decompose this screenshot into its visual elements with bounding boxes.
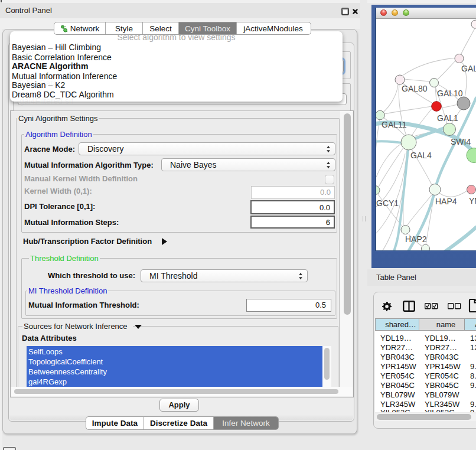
- svg-text:GAL2: GAL2: [461, 64, 476, 73]
- svg-text:HAP2: HAP2: [405, 234, 427, 244]
- svg-text:GAL11: GAL11: [382, 120, 407, 129]
- svg-text:YM: YM: [469, 196, 476, 206]
- svg-text:GAL80: GAL80: [402, 84, 428, 93]
- svg-text:GAL1: GAL1: [437, 113, 458, 123]
- svg-text:SWI4: SWI4: [451, 137, 471, 146]
- svg-text:GAL4: GAL4: [410, 151, 432, 160]
- svg-text:GAL10: GAL10: [437, 89, 463, 98]
- svg-text:HAP4: HAP4: [435, 197, 457, 206]
- svg-text:GCY1: GCY1: [376, 198, 399, 208]
